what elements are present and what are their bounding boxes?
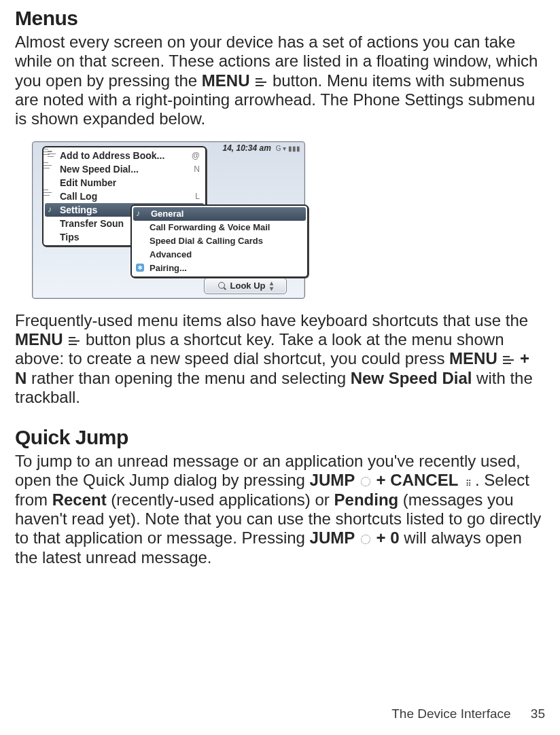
settings-submenu-popup: ♪ General Call Forwarding & Voice Mail S… (130, 204, 309, 278)
jump-button-label: JUMP (310, 528, 355, 547)
text: (recently-used applications) or (107, 490, 334, 509)
menu-button-label: MENU (15, 330, 63, 348)
menus-paragraph-1: Almost every screen on your device has a… (15, 33, 545, 129)
page-number: 35 (531, 706, 545, 721)
menu-icon (256, 77, 266, 87)
note-icon: ♪ (136, 209, 144, 217)
search-icon (218, 282, 226, 290)
shortcut-key: + 0 (372, 528, 400, 547)
footer-section-label: The Device Interface (391, 706, 510, 721)
menu-item-add-address-book[interactable]: Add to Address Book... @ (43, 149, 205, 162)
status-bar-time: 14, 10:34 am G ▾ ▮▮▮ (222, 143, 300, 153)
look-up-button[interactable]: Look Up ▴▾ (204, 278, 287, 294)
submenu-item-advanced[interactable]: Advanced (132, 248, 307, 262)
heading-menus: Menus (15, 7, 545, 30)
page-footer: The Device Interface 35 (391, 706, 545, 721)
heading-quick-jump: Quick Jump (15, 426, 545, 449)
look-up-label: Look Up (230, 281, 266, 291)
jump-button-label: JUMP (310, 471, 355, 489)
submenu-item-general[interactable]: ♪ General (133, 207, 306, 221)
text: Frequently-used menu items also have key… (15, 311, 528, 329)
menu-button-label: MENU (202, 71, 250, 90)
menu-button-label: MENU (449, 349, 497, 368)
text: rather than opening the menu and selecti… (31, 369, 351, 387)
cancel-button-label: CANCEL (390, 471, 458, 489)
updown-icon: ▴▾ (270, 281, 273, 291)
pending-label: Pending (334, 490, 399, 509)
new-speed-dial-name: New Speed Dial (351, 369, 472, 387)
bluetooth-icon: ∗ (136, 264, 144, 272)
submenu-item-call-forwarding[interactable]: Call Forwarding & Voice Mail (132, 221, 307, 234)
menu-icon (503, 355, 514, 365)
cancel-icon: ⠿ (464, 479, 474, 488)
menu-icon (69, 336, 80, 346)
note-icon: ♪ (48, 205, 56, 213)
quick-jump-paragraph: To jump to an unread message or an appli… (15, 452, 545, 567)
jump-icon (361, 477, 370, 486)
menu-item-new-speed-dial[interactable]: New Speed Dial... N (43, 162, 205, 176)
plus: + (372, 471, 390, 489)
menu-item-call-log[interactable]: Call Log L (43, 190, 205, 203)
menu-item-edit-number[interactable]: Edit Number (43, 176, 205, 190)
document-page: Menus Almost every screen on your device… (0, 0, 560, 735)
submenu-item-pairing[interactable]: ∗ Pairing... (132, 262, 307, 275)
device-screenshot: 14, 10:34 am G ▾ ▮▮▮ Add to Address Book… (32, 141, 305, 299)
jump-icon (361, 535, 370, 544)
menus-paragraph-2: Frequently-used menu items also have key… (15, 311, 545, 408)
text: button plus a shortcut key. Take a look … (15, 330, 504, 368)
submenu-item-speed-dial[interactable]: Speed Dial & Calling Cards (132, 234, 307, 248)
recent-label: Recent (52, 490, 107, 509)
